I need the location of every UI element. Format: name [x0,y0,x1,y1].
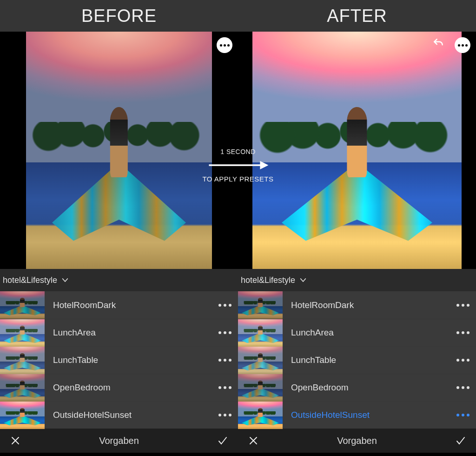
chevron-down-icon [61,276,69,284]
preset-more-button[interactable] [216,414,234,416]
preset-label: LunchArea [53,328,207,338]
check-icon [455,435,466,446]
before-panel: hotel&Lifestyle HotelRoomDark LunchArea [0,32,238,456]
preset-more-button[interactable] [454,359,472,362]
before-presets-panel: hotel&Lifestyle HotelRoomDark LunchArea [0,269,238,429]
close-icon [248,435,259,446]
before-image-viewer [0,32,238,269]
preset-thumbnail [238,319,283,347]
chevron-down-icon [299,276,307,284]
preset-group-dropdown[interactable]: hotel&Lifestyle [0,269,238,291]
preset-thumbnail [0,402,45,429]
preset-label: OutsideHotelSunset [291,410,445,420]
preset-label: OutsideHotelSunset [53,410,207,420]
preset-more-button[interactable] [454,414,472,416]
more-options-button[interactable] [217,37,232,53]
preset-item[interactable]: LunchTable [238,346,476,374]
more-horizontal-icon [220,44,230,47]
before-heading: BEFORE [0,6,238,26]
preset-more-button[interactable] [454,304,472,307]
preset-item[interactable]: LunchArea [238,319,476,346]
preset-label: LunchTable [291,355,445,365]
photo-subject [294,98,420,250]
preset-thumbnail [238,347,283,374]
preset-more-button[interactable] [454,386,472,389]
preset-thumbnail [0,347,45,374]
preset-item[interactable]: LunchArea [0,319,238,346]
preset-item[interactable]: OpenBedroom [238,374,476,401]
after-image-viewer [238,32,476,269]
action-bar: Vorgaben [0,429,238,453]
preset-label: LunchTable [53,355,207,365]
preset-group-name: hotel&Lifestyle [3,275,57,285]
after-photo [252,32,462,269]
comparison-title-bar: BEFORE AFTER [0,0,476,32]
preset-thumbnail [0,319,45,347]
preset-thumbnail [238,374,283,402]
preset-more-button[interactable] [216,331,234,334]
preset-item[interactable]: OutsideHotelSunset [0,401,238,429]
preset-group-name: hotel&Lifestyle [241,275,295,285]
preset-more-button[interactable] [454,331,472,334]
after-panel: hotel&Lifestyle HotelRoomDark LunchArea [238,32,476,456]
after-presets-panel: hotel&Lifestyle HotelRoomDark LunchArea [238,269,476,429]
preset-label: LunchArea [291,328,445,338]
before-photo [26,32,212,269]
preset-thumbnail [0,374,45,402]
action-bar-title: Vorgaben [99,436,139,446]
preset-label: OpenBedroom [291,382,445,393]
close-icon [10,435,21,446]
action-bar-title: Vorgaben [337,436,377,446]
photo-subject [63,98,175,250]
confirm-button[interactable] [216,434,230,448]
preset-label: OpenBedroom [53,382,207,393]
preset-thumbnail [238,402,283,429]
cancel-button[interactable] [8,434,22,448]
cancel-button[interactable] [246,434,260,448]
preset-item[interactable]: HotelRoomDark [238,291,476,319]
after-heading: AFTER [238,6,476,26]
preset-label: HotelRoomDark [291,300,445,310]
preset-label: HotelRoomDark [53,300,207,310]
preset-thumbnail [238,291,283,319]
more-horizontal-icon [458,44,468,47]
preset-more-button[interactable] [216,304,234,307]
preset-item[interactable]: LunchTable [0,346,238,374]
undo-icon [432,37,444,49]
preset-item[interactable]: HotelRoomDark [0,291,238,319]
undo-button[interactable] [432,37,444,53]
preset-list: HotelRoomDark LunchArea LunchTable [0,291,238,429]
preset-item[interactable]: OpenBedroom [0,374,238,401]
preset-more-button[interactable] [216,386,234,389]
confirm-button[interactable] [454,434,468,448]
preset-more-button[interactable] [216,359,234,362]
preset-item[interactable]: OutsideHotelSunset [238,401,476,429]
check-icon [217,435,228,446]
more-options-button[interactable] [455,37,470,53]
preset-group-dropdown[interactable]: hotel&Lifestyle [238,269,476,291]
preset-list: HotelRoomDark LunchArea LunchTable [238,291,476,429]
preset-thumbnail [0,291,45,319]
action-bar: Vorgaben [238,429,476,453]
